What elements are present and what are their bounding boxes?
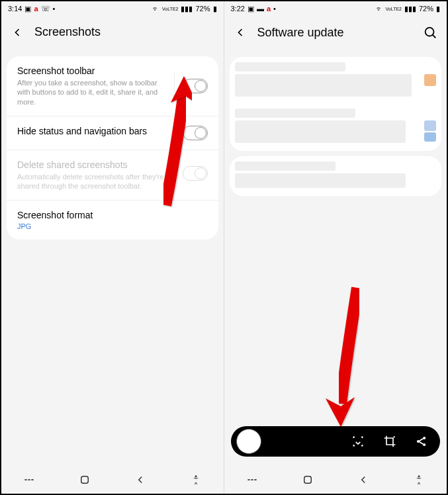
header: Screenshots	[1, 16, 224, 51]
svg-line-11	[420, 442, 424, 444]
setting-desc: Automatically delete screenshots after t…	[17, 172, 175, 191]
nav-accessibility-icon[interactable]	[412, 473, 426, 486]
setting-desc: After you take a screenshot, show a tool…	[17, 78, 166, 107]
status-bar: 3:22 ▣ ▬ a • ᯤ VoLTE2 ▮▮▮ 72% ▮	[224, 1, 447, 16]
status-time: 3:14	[8, 5, 22, 13]
setting-title: Screenshot toolbar	[17, 66, 166, 76]
status-right: ᯤ VoLTE2 ▮▮▮ 72% ▮	[376, 5, 440, 13]
signal-icon: ▮▮▮	[181, 5, 193, 13]
settings-card: Screenshot toolbar After you take a scre…	[7, 56, 218, 240]
nav-back-icon[interactable]	[134, 473, 147, 486]
svg-point-4	[195, 475, 197, 477]
page-title: Software update	[257, 26, 413, 40]
gallery-icon: ▣	[24, 5, 31, 13]
back-icon[interactable]	[11, 26, 24, 39]
more-icon: •	[53, 5, 56, 13]
setting-title: Screenshot format	[17, 210, 208, 220]
battery-text: 72%	[419, 5, 433, 13]
nav-recents-icon[interactable]	[22, 473, 36, 486]
toggle-screenshot-toolbar[interactable]	[183, 79, 208, 93]
airtel-icon: a	[34, 5, 38, 13]
gallery-icon: ▣	[247, 5, 254, 13]
phone-icon: ☏	[41, 5, 50, 13]
airtel-icon: a	[267, 5, 271, 13]
status-left: 3:14 ▣ a ☏ •	[8, 5, 55, 13]
svg-rect-15	[304, 476, 311, 484]
nav-recents-icon[interactable]	[246, 473, 259, 486]
search-icon[interactable]	[423, 25, 437, 40]
battery-icon: ▮	[213, 5, 217, 13]
wifi-icon: ᯤ	[152, 5, 159, 13]
signal-icon: ▮▮▮	[404, 5, 416, 13]
phone-left: 3:14 ▣ a ☏ • ᯤ VoLTE2 ▮▮▮ 72% ▮ Screensh…	[1, 1, 224, 494]
nav-back-icon[interactable]	[357, 473, 370, 486]
nav-home-icon[interactable]	[301, 473, 314, 486]
share-icon[interactable]	[408, 428, 435, 455]
nav-bar	[1, 466, 224, 494]
svg-point-5	[426, 28, 434, 36]
setting-delete-shared: Delete shared screenshots Automatically …	[7, 150, 218, 201]
nav-home-icon[interactable]	[78, 473, 91, 486]
setting-format[interactable]: Screenshot format JPG	[7, 201, 218, 240]
crop-icon[interactable]	[377, 428, 403, 455]
back-icon[interactable]	[234, 26, 247, 39]
more-icon: •	[273, 5, 276, 13]
status-right: ᯤ VoLTE2 ▮▮▮ 72% ▮	[152, 5, 216, 13]
status-bar: 3:14 ▣ a ☏ • ᯤ VoLTE2 ▮▮▮ 72% ▮	[1, 1, 224, 16]
update-card-1[interactable]	[230, 57, 442, 151]
status-time: 3:22	[231, 5, 245, 13]
svg-line-10	[420, 439, 424, 441]
battery-text: 72%	[195, 5, 210, 13]
scroll-capture-icon[interactable]	[345, 428, 371, 455]
status-left: 3:22 ▣ ▬ a •	[231, 5, 276, 13]
lte-icon: VoLTE2	[162, 7, 178, 11]
nav-accessibility-icon[interactable]	[189, 473, 202, 486]
toggle-hide-bars[interactable]	[183, 126, 208, 140]
setting-value: JPG	[17, 222, 208, 230]
svg-rect-3	[81, 476, 89, 484]
header: Software update	[224, 16, 447, 52]
setting-hide-bars[interactable]: Hide status and navigation bars	[7, 116, 218, 150]
nav-bar	[224, 466, 447, 494]
battery-icon: ▮	[436, 5, 440, 13]
lte-icon: VoLTE2	[386, 7, 402, 11]
svg-point-16	[418, 475, 420, 477]
setting-title: Delete shared screenshots	[17, 159, 175, 170]
chat-icon: ▬	[257, 5, 264, 13]
update-card-2[interactable]	[230, 156, 442, 196]
phone-right: 3:22 ▣ ▬ a • ᯤ VoLTE2 ▮▮▮ 72% ▮ Software…	[224, 1, 447, 494]
screenshot-toolbar	[231, 426, 441, 457]
toolbar-thumbnail[interactable]	[236, 429, 261, 454]
wifi-icon: ᯤ	[376, 5, 383, 13]
toggle-delete-shared	[183, 166, 208, 181]
svg-line-6	[433, 35, 436, 38]
setting-title: Hide status and navigation bars	[17, 126, 175, 136]
setting-screenshot-toolbar[interactable]: Screenshot toolbar After you take a scre…	[7, 56, 218, 116]
page-title: Screenshots	[34, 25, 214, 39]
